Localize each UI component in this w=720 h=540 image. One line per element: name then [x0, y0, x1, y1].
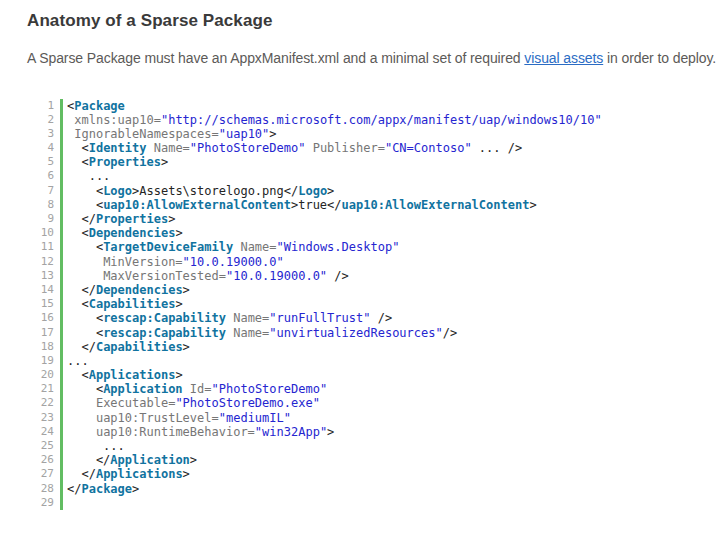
code-line: 1<Package: [27, 99, 710, 113]
code-line: 9 </Properties>: [27, 212, 710, 226]
visual-assets-link[interactable]: visual assets: [524, 50, 603, 66]
code-text: <uap10:AllowExternalContent>true</uap10:…: [63, 198, 537, 212]
line-number: 7: [27, 184, 54, 198]
code-line: 18 </Capabilities>: [27, 340, 710, 354]
line-number: 23: [27, 411, 54, 425]
code-text: uap10:TrustLevel="mediumIL": [63, 411, 291, 425]
line-number: 9: [27, 212, 54, 226]
line-number: 18: [27, 340, 54, 354]
code-line: 2 xmlns:uap10="http://schemas.microsoft.…: [27, 113, 710, 127]
code-line: 21 <Application Id="PhotoStoreDemo": [27, 382, 710, 396]
intro-text-after: in order to deploy.: [603, 50, 716, 66]
code-line: 19...: [27, 354, 710, 368]
line-number: 2: [27, 113, 54, 127]
line-number: 28: [27, 482, 54, 496]
code-text: <Logo>Assets\storelogo.png</Logo>: [63, 184, 334, 198]
code-text: <Properties>: [63, 155, 168, 169]
code-text: </Properties>: [63, 212, 175, 226]
code-line: 11 <TargetDeviceFamily Name="Windows.Des…: [27, 240, 710, 254]
code-line: 7 <Logo>Assets\storelogo.png</Logo>: [27, 184, 710, 198]
line-number: 29: [27, 496, 54, 510]
code-text: Executable="PhotoStoreDemo.exe": [63, 396, 320, 410]
code-line: 6 ...: [27, 169, 710, 183]
line-number: 27: [27, 467, 54, 481]
code-text: <rescap:Capability Name="runFullTrust" /…: [63, 311, 392, 325]
code-text: </Package>: [63, 482, 139, 496]
line-number: 16: [27, 311, 54, 325]
code-line: 16 <rescap:Capability Name="runFullTrust…: [27, 311, 710, 325]
intro-text-before: A Sparse Package must have an AppxManife…: [27, 50, 524, 66]
code-text: MinVersion="10.0.19000.0": [63, 255, 284, 269]
line-number: 14: [27, 283, 54, 297]
code-text: ...: [63, 354, 89, 368]
code-line: 4 <Identity Name="PhotoStoreDemo" Publis…: [27, 141, 710, 155]
line-number: 21: [27, 382, 54, 396]
code-text: </Capabilities>: [63, 340, 190, 354]
line-number: 3: [27, 127, 54, 141]
line-number: 26: [27, 453, 54, 467]
intro-paragraph: A Sparse Package must have an AppxManife…: [27, 47, 717, 71]
code-text: <Application Id="PhotoStoreDemo": [63, 382, 327, 396]
code-text: <rescap:Capability Name="unvirtualizedRe…: [63, 326, 457, 340]
code-line: 14 </Dependencies>: [27, 283, 710, 297]
code-block: 1<Package2 xmlns:uap10="http://schemas.m…: [27, 99, 710, 510]
line-number: 13: [27, 269, 54, 283]
code-text: <Identity Name="PhotoStoreDemo" Publishe…: [63, 141, 522, 155]
code-line: 28</Package>: [27, 482, 710, 496]
code-line: 12 MinVersion="10.0.19000.0": [27, 255, 710, 269]
line-number: 5: [27, 155, 54, 169]
line-number: 22: [27, 396, 54, 410]
code-line: 26 </Application>: [27, 453, 710, 467]
page: Anatomy of a Sparse Package A Sparse Pac…: [0, 0, 720, 540]
code-text: uap10:RuntimeBehavior="win32App">: [63, 425, 334, 439]
line-number: 8: [27, 198, 54, 212]
code-line: 8 <uap10:AllowExternalContent>true</uap1…: [27, 198, 710, 212]
code-text: xmlns:uap10="http://schemas.microsoft.co…: [63, 113, 602, 127]
code-text: IgnorableNamespaces="uap10">: [63, 127, 277, 141]
code-line: 5 <Properties>: [27, 155, 710, 169]
code-line: 27 </Applications>: [27, 467, 710, 481]
line-number: 11: [27, 240, 54, 254]
code-text: <Capabilities>: [63, 297, 183, 311]
code-text: ...: [63, 169, 110, 183]
code-line: 20 <Applications>: [27, 368, 710, 382]
page-title: Anatomy of a Sparse Package: [27, 9, 710, 32]
code-text: </Application>: [63, 453, 197, 467]
code-line: 13 MaxVersionTested="10.0.19000.0" />: [27, 269, 710, 283]
line-number: 20: [27, 368, 54, 382]
code-line: 24 uap10:RuntimeBehavior="win32App">: [27, 425, 710, 439]
line-number: 24: [27, 425, 54, 439]
code-text: <Dependencies>: [63, 226, 183, 240]
line-number: 19: [27, 354, 54, 368]
line-number: 4: [27, 141, 54, 155]
line-number: 10: [27, 226, 54, 240]
code-line: 15 <Capabilities>: [27, 297, 710, 311]
code-text: </Dependencies>: [63, 283, 190, 297]
code-text: <Package: [63, 99, 125, 113]
code-line: 25 ...: [27, 439, 710, 453]
code-line: 23 uap10:TrustLevel="mediumIL": [27, 411, 710, 425]
code-text: ...: [63, 439, 125, 453]
code-line: 29: [27, 496, 710, 510]
code-text: <TargetDeviceFamily Name="Windows.Deskto…: [63, 240, 399, 254]
line-number: 17: [27, 326, 54, 340]
code-line: 10 <Dependencies>: [27, 226, 710, 240]
line-number: 25: [27, 439, 54, 453]
code-line: 3 IgnorableNamespaces="uap10">: [27, 127, 710, 141]
code-text: </Applications>: [63, 467, 190, 481]
code-line: 22 Executable="PhotoStoreDemo.exe": [27, 396, 710, 410]
line-number: 12: [27, 255, 54, 269]
code-line: 17 <rescap:Capability Name="unvirtualize…: [27, 326, 710, 340]
code-text: [63, 496, 67, 510]
code-text: MaxVersionTested="10.0.19000.0" />: [63, 269, 349, 283]
line-number: 1: [27, 99, 54, 113]
code-text: <Applications>: [63, 368, 183, 382]
line-number: 6: [27, 169, 54, 183]
line-number: 15: [27, 297, 54, 311]
